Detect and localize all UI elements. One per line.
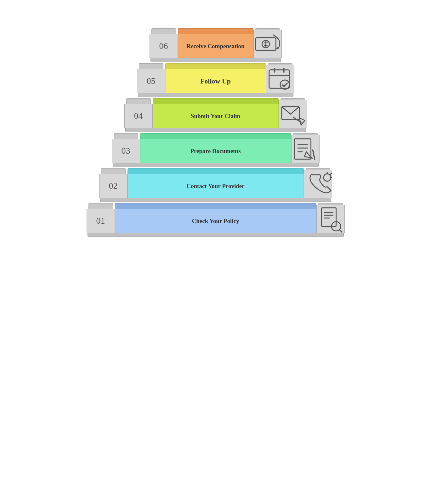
icon-section-03	[291, 133, 320, 163]
step-label-05: Follow Up	[165, 69, 266, 93]
icon-section-06	[253, 28, 282, 58]
icon-section-04	[279, 98, 307, 128]
pyramid-diagram: 06 Receive Compensation	[87, 28, 345, 238]
svg-line-18	[313, 150, 315, 159]
step-label-06: Receive Compensation	[178, 34, 253, 58]
icon-box-04	[279, 100, 307, 128]
step-item-05: 05 Follow Up	[87, 63, 345, 97]
step-block-03: 03 Prepare Documents	[112, 133, 320, 167]
page-container: 06 Receive Compensation	[90, 13, 342, 238]
step-label-02: Contact Your Provider	[128, 174, 304, 198]
step-block-04: 04 Submit Your Claim	[124, 98, 307, 132]
step-item-02: 02 Contact Your Provider	[87, 168, 345, 202]
icon-box-01	[316, 205, 345, 233]
band-section-05: Follow Up	[165, 63, 266, 93]
svg-line-28	[339, 230, 342, 232]
icon-box-03	[291, 135, 320, 163]
icon-section-05	[266, 63, 294, 93]
step-number-03: 03	[112, 139, 140, 163]
svg-rect-23	[321, 208, 336, 226]
band-section-04: Submit Your Claim	[153, 98, 279, 128]
icon-section-01	[316, 203, 345, 233]
step-number-04: 04	[124, 104, 153, 128]
icon-section-02	[304, 168, 332, 198]
svg-rect-7	[269, 70, 289, 89]
step-block-05: 05 Follow Up	[137, 63, 294, 97]
step-number-02: 02	[99, 174, 128, 198]
step-number-05: 05	[137, 69, 165, 93]
icon-box-06	[253, 30, 282, 58]
step-label-01: Check Your Policy	[115, 209, 316, 233]
band-section-06: Receive Compensation	[178, 28, 253, 58]
step-block-06: 06 Receive Compensation	[150, 28, 282, 62]
step-item-01: 01 Check Your Policy	[87, 203, 345, 237]
num-section-03: 03	[112, 133, 140, 163]
icon-box-02	[304, 170, 332, 198]
step-label-04: Submit Your Claim	[153, 104, 279, 128]
svg-line-20	[329, 173, 332, 175]
step-number-06: 06	[150, 34, 178, 58]
icon-box-05	[266, 65, 294, 93]
step-label-03: Prepare Documents	[140, 139, 291, 163]
step-block-02: 02 Contact Your Provider	[99, 168, 332, 202]
band-section-03: Prepare Documents	[140, 133, 291, 163]
num-section-06: 06	[150, 28, 178, 58]
num-section-04: 04	[124, 98, 153, 128]
band-section-02: Contact Your Provider	[128, 168, 304, 198]
step-item-03: 03 Prepare Documents	[87, 133, 345, 167]
step-number-01: 01	[87, 209, 115, 233]
num-section-01: 01	[87, 203, 115, 233]
num-section-05: 05	[137, 63, 165, 93]
step-block-01: 01 Check Your Policy	[87, 203, 345, 237]
svg-rect-14	[294, 139, 311, 159]
step-item-06: 06 Receive Compensation	[87, 28, 345, 62]
num-section-02: 02	[99, 168, 128, 198]
step-item-04: 04 Submit Your Claim	[87, 98, 345, 132]
band-section-01: Check Your Policy	[115, 203, 316, 233]
